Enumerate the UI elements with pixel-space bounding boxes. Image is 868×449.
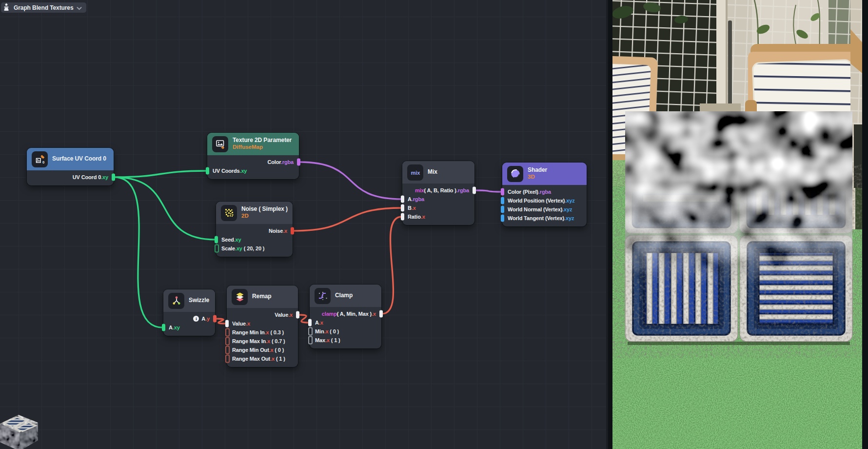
node-title: Surface UV Coord 0 — [52, 156, 106, 163]
port-label: UV Coord 0.xy — [73, 174, 108, 180]
noise-texture-overlay — [625, 111, 852, 286]
port-remap-range-min-out[interactable] — [225, 346, 230, 354]
input-row-noise-scale: Scale.xy ( 20, 20 ) — [216, 244, 293, 253]
node-noise-simplex[interactable]: Noise ( Simplex )2DNoise.xSeed.xyScale.x… — [216, 202, 293, 257]
port-remap-range-max-in[interactable] — [225, 337, 230, 346]
port-shader-world-normal[interactable] — [501, 206, 504, 213]
port-mix-out[interactable] — [473, 187, 476, 194]
port-remap-range-max-out[interactable] — [225, 355, 230, 363]
ar-preview-panel[interactable] — [608, 0, 868, 449]
input-row-tex-uv-in: UV Coords.xy — [207, 166, 299, 175]
svg-text:0: 0 — [42, 160, 44, 164]
node-subtitle: 3D — [528, 174, 547, 180]
port-mix-ratio[interactable] — [401, 213, 404, 221]
port-label: Seed.xy — [221, 237, 241, 243]
node-header[interactable]: mixMix — [402, 161, 474, 184]
port-label: Value.x — [232, 321, 250, 327]
shader-icon — [507, 166, 523, 182]
swizzle-icon — [168, 293, 184, 309]
node-clamp[interactable]: Clampclamp( A, Min, Max ).xA.xMin.x ( 0 … — [310, 285, 381, 348]
graph-menu-label: Graph Blend Textures — [14, 4, 73, 11]
remap-icon — [232, 289, 248, 305]
port-label: Range Min Out.x ( 0 ) — [232, 347, 284, 353]
port-shader-world-tangent[interactable] — [501, 215, 504, 222]
port-shader-world-position[interactable] — [501, 197, 504, 204]
port-swizzle-a[interactable] — [162, 324, 165, 331]
node-header[interactable]: Noise ( Simplex )2D — [216, 202, 293, 224]
input-row-mix-b: B.x — [402, 204, 474, 212]
port-label: Min.x ( 0 ) — [315, 328, 339, 334]
port-tex-color[interactable] — [297, 159, 300, 166]
node-header[interactable]: Shader3D — [502, 163, 587, 185]
node-swizzle[interactable]: SwizzleiA.yA.xy — [163, 289, 215, 336]
node-header[interactable]: 0Surface UV Coord 0 — [27, 148, 114, 170]
port-label: Color.rgba — [267, 159, 294, 165]
node-title: Shader — [528, 167, 547, 174]
port-shader-color[interactable] — [501, 188, 504, 196]
node-header[interactable]: Swizzle — [163, 289, 215, 312]
input-row-clamp-min: Min.x ( 0 ) — [310, 327, 381, 336]
chevron-down-icon — [77, 3, 82, 12]
port-uv-out[interactable] — [112, 174, 115, 181]
port-noise-seed[interactable] — [215, 236, 218, 244]
port-remap-value-in[interactable] — [225, 320, 229, 327]
port-swizzle-out[interactable] — [213, 315, 217, 323]
panel-right-border — [862, 0, 868, 449]
port-label: mix( A, B, Ratio ).rgba — [415, 187, 469, 193]
node-remap[interactable]: RemapValue.xValue.xRange Min In.x ( 0.3 … — [227, 286, 298, 367]
port-label: Ratio.x — [408, 214, 425, 220]
port-tex-uv-in[interactable] — [206, 167, 209, 175]
port-clamp-out[interactable] — [379, 310, 383, 318]
port-clamp-min[interactable] — [308, 327, 313, 336]
port-label: World Normal (Vertex).xyz — [508, 206, 572, 212]
port-clamp-max[interactable] — [308, 336, 313, 345]
input-row-remap-value-in: Value.x — [227, 319, 298, 328]
node-header[interactable]: Texture 2D ParameterDiffuseMap — [207, 133, 299, 155]
port-mix-a[interactable] — [401, 196, 404, 203]
node-surface-uv-coord-0[interactable]: 0Surface UV Coord 0UV Coord 0.xy — [27, 148, 114, 185]
output-row-mix-out: mix( A, B, Ratio ).rgba — [402, 186, 474, 195]
port-label: World Tangent (Vertex).xyz — [508, 215, 574, 221]
node-texture-2d-parameter[interactable]: Texture 2D ParameterDiffuseMapColor.rgba… — [207, 133, 299, 179]
port-label: UV Coords.xy — [213, 168, 247, 174]
output-row-swizzle-out: iA.y — [163, 314, 215, 323]
port-label: A.x — [315, 320, 323, 326]
output-row-noise-out: Noise.x — [216, 226, 293, 235]
port-label: A.xy — [169, 325, 180, 330]
input-row-swizzle-a: A.xy — [163, 323, 215, 332]
port-label: clamp( A, Min, Max ).x — [322, 311, 376, 317]
input-row-remap-range-min-in: Range Min In.x ( 0.3 ) — [227, 328, 298, 337]
port-remap-out[interactable] — [296, 311, 299, 319]
node-shader[interactable]: Shader3DColor (Pixel).rgbaWorld Position… — [502, 163, 587, 226]
node-title: Texture 2D Parameter — [233, 137, 292, 144]
input-row-noise-seed: Seed.xy — [216, 235, 293, 244]
svg-text:mix: mix — [411, 170, 420, 176]
port-label: Color (Pixel).rgba — [508, 189, 551, 195]
info-icon[interactable]: i — [193, 316, 199, 322]
node-header[interactable]: Remap — [227, 286, 298, 308]
output-row-uv-out: UV Coord 0.xy — [27, 173, 114, 182]
node-graph-canvas[interactable]: 0Surface UV Coord 0UV Coord 0.xyTexture … — [0, 0, 608, 449]
node-header[interactable]: Clamp — [310, 285, 381, 307]
input-row-mix-a: A.rgba — [402, 195, 474, 204]
graph-menu-button[interactable]: Graph Blend Textures — [1, 2, 86, 13]
node-title: Mix — [428, 169, 437, 176]
port-label: Value.x — [275, 312, 293, 318]
input-row-shader-world-normal: World Normal (Vertex).xyz — [502, 205, 587, 214]
surface-uv-icon: 0 — [32, 151, 48, 167]
port-remap-range-min-in[interactable] — [225, 328, 230, 337]
node-mix[interactable]: mixMixmix( A, B, Ratio ).rgbaA.rgbaB.xRa… — [402, 161, 474, 225]
node-title: Noise ( Simplex ) — [241, 206, 288, 213]
graph-menu-icon — [2, 2, 10, 13]
node-title: Clamp — [335, 292, 353, 299]
port-label: Range Min In.x ( 0.3 ) — [232, 329, 284, 335]
material-preview-cube[interactable] — [0, 405, 44, 449]
ar-camera-view[interactable] — [608, 0, 868, 449]
port-noise-scale[interactable] — [215, 245, 219, 253]
output-row-tex-color: Color.rgba — [207, 158, 299, 166]
port-clamp-a[interactable] — [308, 319, 312, 327]
port-noise-out[interactable] — [291, 227, 294, 235]
port-mix-b[interactable] — [401, 204, 404, 212]
texture-2d-icon — [212, 136, 228, 152]
port-label: A.y — [201, 316, 210, 322]
